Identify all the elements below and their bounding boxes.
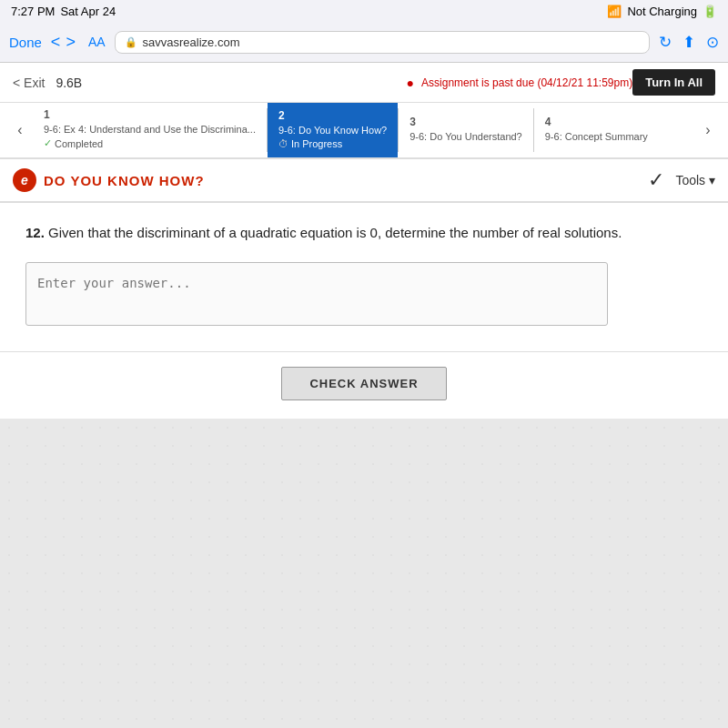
status-bar-left: 7:27 PM Sat Apr 24 bbox=[11, 5, 116, 18]
battery-icon: 🔋 bbox=[703, 5, 717, 18]
battery-status: Not Charging bbox=[627, 5, 697, 18]
assignment-warning: ● Assignment is past due (04/12/21 11:59… bbox=[407, 76, 633, 90]
tabs-button[interactable]: ⊙ bbox=[706, 33, 719, 52]
back-button[interactable]: < bbox=[51, 33, 61, 52]
share-button[interactable]: ⬆ bbox=[682, 33, 695, 52]
page-content: e DO YOU KNOW HOW? ✓ Tools ▾ 12. Given t… bbox=[0, 159, 728, 728]
tab-2-title: 9-6: Do You Know How? bbox=[278, 124, 387, 136]
tabs-bar: ‹ 1 9-6: Ex 4: Understand and Use the Di… bbox=[0, 103, 728, 159]
time: 7:27 PM bbox=[11, 5, 55, 18]
section-title-area: e DO YOU KNOW HOW? bbox=[13, 168, 205, 192]
tab-1-status-text: Completed bbox=[55, 138, 103, 149]
browser-actions: ↻ ⬆ ⊙ bbox=[659, 33, 719, 52]
tab-1-title: 9-6: Ex 4: Understand and Use the Discri… bbox=[44, 123, 256, 136]
section-label: 9.6B bbox=[56, 76, 82, 90]
tab-1[interactable]: 1 9-6: Ex 4: Understand and Use the Disc… bbox=[33, 103, 267, 157]
question-number: 12. bbox=[25, 225, 45, 240]
check-icon: ✓ bbox=[44, 137, 52, 149]
tab-3[interactable]: 3 9-6: Do You Understand? bbox=[399, 103, 533, 157]
tab-4-number: 4 bbox=[545, 116, 648, 128]
forward-button[interactable]: > bbox=[66, 33, 76, 52]
tabs-next-arrow[interactable]: › bbox=[695, 103, 721, 157]
question-body: Given that the discriminant of a quadrat… bbox=[48, 225, 622, 240]
tab-2-number: 2 bbox=[278, 109, 387, 122]
warning-icon: ● bbox=[407, 76, 414, 90]
tab-3-number: 3 bbox=[410, 116, 522, 128]
check-answer-button[interactable]: CHECK ANSWER bbox=[281, 367, 446, 400]
status-bar-right: 📶 Not Charging 🔋 bbox=[607, 5, 717, 18]
tab-2-status: ⏱ In Progress bbox=[278, 138, 387, 149]
tab-1-status: ✓ Completed bbox=[44, 137, 256, 149]
turn-in-all-button[interactable]: Turn In All bbox=[632, 69, 715, 96]
section-icon: e bbox=[13, 168, 36, 192]
tab-4[interactable]: 4 9-6: Concept Summary bbox=[534, 103, 659, 157]
check-answer-area: CHECK ANSWER bbox=[0, 352, 728, 419]
warning-text: Assignment is past due (04/12/21 11:59pm… bbox=[421, 76, 632, 89]
tools-button[interactable]: Tools ▾ bbox=[675, 173, 715, 187]
section-tools: ✓ Tools ▾ bbox=[648, 168, 715, 192]
answer-input[interactable] bbox=[25, 262, 608, 326]
section-header: e DO YOU KNOW HOW? ✓ Tools ▾ bbox=[0, 159, 728, 203]
browser-nav: < > bbox=[51, 33, 76, 52]
question-area: 12. Given that the discriminant of a qua… bbox=[0, 203, 728, 352]
lower-content bbox=[0, 419, 728, 728]
tab-2[interactable]: 2 9-6: Do You Know How? ⏱ In Progress bbox=[268, 103, 398, 157]
exit-link[interactable]: < Exit bbox=[13, 76, 45, 90]
browser-toolbar: Done < > AA 🔒 savvasrealize.com ↻ ⬆ ⊙ bbox=[0, 22, 728, 62]
check-mark-button[interactable]: ✓ bbox=[648, 168, 664, 192]
clock-icon: ⏱ bbox=[278, 138, 288, 149]
status-bar: 7:27 PM Sat Apr 24 📶 Not Charging 🔋 bbox=[0, 0, 728, 22]
tab-1-number: 1 bbox=[44, 108, 256, 121]
tabs-container: 1 9-6: Ex 4: Understand and Use the Disc… bbox=[33, 103, 695, 157]
tab-2-status-text: In Progress bbox=[291, 138, 342, 149]
lock-icon: 🔒 bbox=[125, 36, 137, 48]
text-size-button[interactable]: AA bbox=[88, 35, 106, 49]
tab-4-title: 9-6: Concept Summary bbox=[545, 130, 648, 143]
tab-3-title: 9-6: Do You Understand? bbox=[410, 130, 522, 143]
reload-button[interactable]: ↻ bbox=[659, 33, 672, 52]
section-icon-letter: e bbox=[21, 173, 28, 187]
wifi-icon: 📶 bbox=[607, 5, 622, 18]
browser-done-button[interactable]: Done bbox=[9, 35, 42, 50]
url-text: savvasrealize.com bbox=[143, 35, 240, 49]
section-name: DO YOU KNOW HOW? bbox=[44, 173, 205, 188]
question-text: 12. Given that the discriminant of a qua… bbox=[25, 223, 703, 244]
app-header: < Exit 9.6B ● Assignment is past due (04… bbox=[0, 63, 728, 103]
url-bar[interactable]: 🔒 savvasrealize.com bbox=[115, 31, 650, 54]
date: Sat Apr 24 bbox=[60, 5, 116, 18]
browser-chrome: Done < > AA 🔒 savvasrealize.com ↻ ⬆ ⊙ bbox=[0, 22, 728, 63]
tabs-prev-arrow[interactable]: ‹ bbox=[7, 103, 33, 157]
